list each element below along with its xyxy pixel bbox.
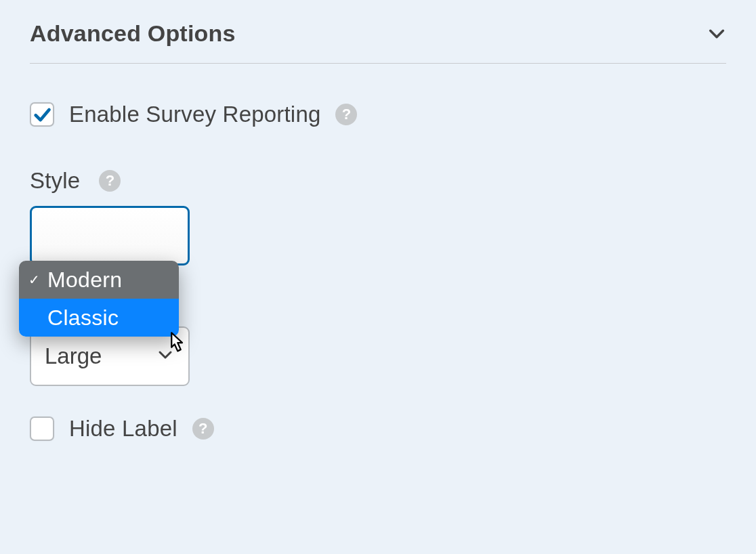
style-dropdown: ✓ Modern Classic	[19, 261, 179, 337]
chevron-down-icon	[707, 24, 726, 43]
advanced-options-header[interactable]: Advanced Options	[30, 0, 726, 64]
hide-label-row: Hide Label ?	[30, 416, 726, 442]
hide-label-checkbox[interactable]	[30, 417, 54, 441]
option-label: Modern	[47, 268, 122, 293]
style-option-modern[interactable]: ✓ Modern	[19, 261, 179, 299]
check-icon: ✓	[28, 272, 41, 288]
help-icon[interactable]: ?	[192, 418, 214, 440]
enable-survey-checkbox[interactable]	[30, 102, 54, 127]
cursor-pointer-icon	[164, 331, 188, 355]
help-icon[interactable]: ?	[99, 170, 121, 192]
enable-survey-label: Enable Survey Reporting	[69, 102, 320, 127]
help-icon[interactable]: ?	[335, 104, 357, 125]
hide-label-label: Hide Label	[69, 416, 177, 442]
option-label: Classic	[47, 305, 119, 331]
section-title: Advanced Options	[30, 20, 236, 47]
style-option-classic[interactable]: Classic	[19, 299, 179, 337]
field-size-value: Large	[45, 343, 102, 369]
enable-survey-row: Enable Survey Reporting ?	[30, 102, 726, 127]
style-label: Style	[30, 168, 80, 194]
style-select[interactable]: Modern	[30, 206, 190, 265]
